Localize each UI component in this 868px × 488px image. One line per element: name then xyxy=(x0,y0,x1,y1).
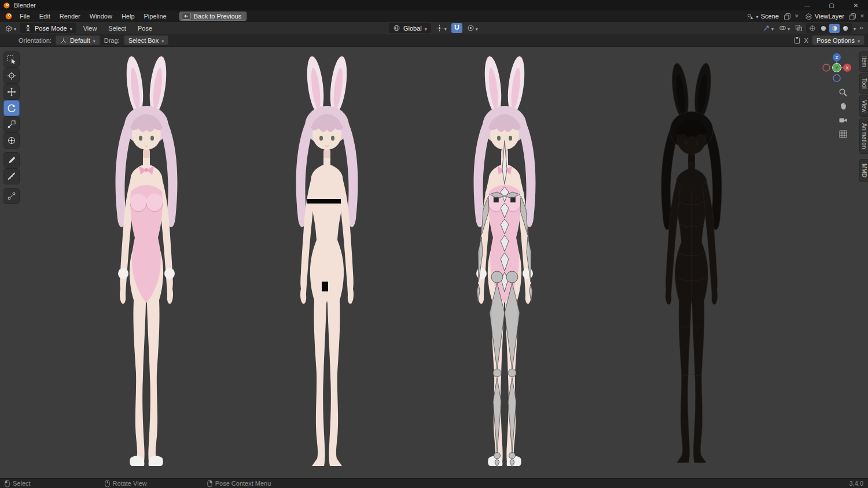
sidebar-tabs: Item Tool View Animation MMD xyxy=(859,51,868,182)
viewlayer-selector[interactable]: ViewLayer xyxy=(803,12,847,21)
mirror-x-label[interactable]: X xyxy=(804,37,808,44)
minimize-button[interactable]: — xyxy=(795,0,819,10)
ortho-grid-toggle[interactable] xyxy=(838,129,848,139)
status-hint-rotate-view: Rotate View xyxy=(105,480,147,487)
gizmo-arrow-icon xyxy=(763,24,770,32)
tab-mmd[interactable]: MMD xyxy=(859,159,868,182)
magnifier-icon xyxy=(838,88,848,97)
tool-select-box[interactable] xyxy=(4,52,19,67)
tool-settings-right: X Pose Options xyxy=(793,34,865,46)
window-title: Blender xyxy=(14,2,36,9)
menubar-right: Scene ViewLayer xyxy=(744,10,866,22)
gizmos-caret xyxy=(771,25,774,32)
tool-annotate[interactable] xyxy=(4,153,19,168)
titlebar: Blender — ▢ ✕ xyxy=(0,0,868,10)
shading-material-button[interactable] xyxy=(829,24,840,33)
viewport-header: Pose Mode View Select Pose Global xyxy=(0,22,868,34)
menu-window[interactable]: Window xyxy=(85,12,117,21)
orientation-default-dropdown[interactable]: Default xyxy=(56,35,100,45)
close-button[interactable]: ✕ xyxy=(844,0,868,10)
shading-dropdown-caret[interactable] xyxy=(854,25,856,32)
tab-view[interactable]: View xyxy=(859,95,868,117)
menu-select[interactable]: Select xyxy=(104,24,131,33)
axis-ball-negative-x[interactable] xyxy=(823,64,830,71)
clipboard-icon[interactable] xyxy=(793,36,801,44)
axis-ball-z[interactable]: Z xyxy=(833,53,841,61)
pan-tool[interactable] xyxy=(838,101,848,112)
axis-ball-x[interactable]: X xyxy=(843,64,851,72)
scene-selector[interactable]: Scene xyxy=(744,12,781,21)
axes-icon xyxy=(60,37,67,44)
tool-move[interactable] xyxy=(4,84,19,99)
menu-pipeline[interactable]: Pipeline xyxy=(139,12,171,21)
zoom-tool[interactable] xyxy=(838,87,848,98)
overlays-dropdown[interactable] xyxy=(777,23,792,33)
tool-measure[interactable] xyxy=(4,169,19,184)
drag-mode-dropdown[interactable]: Select Box xyxy=(124,35,169,45)
menu-render[interactable]: Render xyxy=(55,12,85,21)
mode-label: Pose Mode xyxy=(35,25,67,32)
viewport-3d[interactable]: Z X Y xyxy=(0,47,868,478)
pose-options-caret xyxy=(858,37,860,44)
blender-app-menu[interactable] xyxy=(2,12,15,20)
tab-tool[interactable]: Tool xyxy=(859,73,868,93)
mode-selector[interactable]: Pose Mode xyxy=(20,23,76,33)
back-to-previous-button[interactable]: Back to Previous xyxy=(179,12,247,21)
gizmos-dropdown[interactable] xyxy=(761,23,775,33)
navigation-gizmo[interactable]: Z X Y xyxy=(821,51,853,84)
viewlayer-icon xyxy=(805,13,812,20)
menu-view[interactable]: View xyxy=(79,24,102,33)
shading-material-icon xyxy=(831,25,838,32)
menu-help[interactable]: Help xyxy=(117,12,139,21)
camera-view-toggle[interactable] xyxy=(838,115,848,125)
xray-toggle[interactable] xyxy=(793,23,804,33)
remove-viewlayer-button[interactable] xyxy=(859,13,866,19)
drag-label: Drag: xyxy=(104,37,120,44)
menu-edit[interactable]: Edit xyxy=(35,12,55,21)
camera-icon xyxy=(838,116,848,125)
viewlayer-name: ViewLayer xyxy=(815,13,844,20)
tool-scale[interactable] xyxy=(4,117,19,132)
snap-target-icon xyxy=(436,24,443,32)
unlink-scene-button[interactable] xyxy=(793,13,800,19)
toolbar-left xyxy=(4,52,19,204)
new-viewlayer-icon[interactable] xyxy=(849,13,856,20)
viewport-editor-icon xyxy=(5,24,13,32)
model-armature-overlay[interactable] xyxy=(453,54,557,469)
menu-pose[interactable]: Pose xyxy=(133,24,157,33)
shading-rendered-button[interactable] xyxy=(840,24,851,33)
pose-mode-icon xyxy=(24,24,32,32)
maximize-button[interactable]: ▢ xyxy=(819,0,844,10)
hand-icon xyxy=(838,102,848,111)
grid-icon xyxy=(838,130,848,139)
model-body-censored[interactable] xyxy=(275,54,379,469)
tool-rotate[interactable] xyxy=(4,101,19,116)
status-select-label: Select xyxy=(13,480,31,487)
new-scene-icon[interactable] xyxy=(784,13,791,20)
tool-cursor[interactable] xyxy=(4,68,19,83)
model-wireframe[interactable] xyxy=(639,61,744,465)
editor-type-selector[interactable] xyxy=(3,23,18,34)
snap-target-dropdown[interactable] xyxy=(434,23,448,33)
snap-toggle[interactable] xyxy=(451,23,462,33)
shading-solid-button[interactable] xyxy=(818,24,829,33)
magnet-icon xyxy=(453,24,461,32)
tool-pose-breakdowner[interactable] xyxy=(4,188,19,204)
shading-wireframe-button[interactable] xyxy=(807,24,818,33)
transform-orientation-dropdown[interactable]: Global xyxy=(389,23,431,33)
rotate-icon xyxy=(7,103,16,113)
model-bunny-suit[interactable] xyxy=(94,54,198,469)
proportional-edit-dropdown[interactable] xyxy=(465,23,480,33)
tab-item[interactable]: Item xyxy=(859,51,868,72)
globe-icon xyxy=(393,24,400,32)
menu-file[interactable]: File xyxy=(15,12,35,21)
axis-ball-y[interactable]: Y xyxy=(833,64,841,72)
axis-ball-negative-z[interactable] xyxy=(833,75,840,82)
orientation-caret xyxy=(425,25,427,32)
expand-header-icon[interactable] xyxy=(858,24,865,32)
tab-animation[interactable]: Animation xyxy=(859,119,868,153)
drag-mode-value: Select Box xyxy=(128,37,159,44)
tool-transform[interactable] xyxy=(4,133,19,148)
shading-solid-icon xyxy=(820,25,827,32)
pose-options-dropdown[interactable]: Pose Options xyxy=(812,35,865,45)
